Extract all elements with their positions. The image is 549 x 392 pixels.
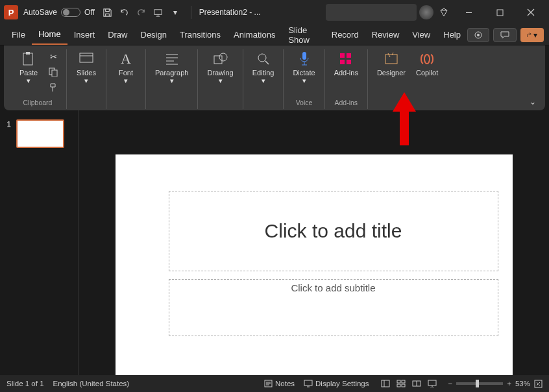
zoom-control[interactable]: − + 53%	[448, 380, 543, 388]
tab-slide-show[interactable]: Slide Show	[282, 25, 324, 45]
close-button[interactable]	[517, 3, 545, 22]
ribbon-tabs: File Home Insert Draw Design Transitions…	[0, 25, 549, 45]
share-button[interactable]: ▾	[520, 28, 544, 42]
ribbon: Paste▾ ✂ Clipboard Slides▾ A Font▾	[4, 45, 545, 110]
clipboard-icon	[20, 51, 37, 67]
document-title[interactable]: Presentation2 - ...	[199, 8, 261, 17]
svg-rect-7	[52, 70, 57, 77]
slide-canvas[interactable]: Click to add title Click to add subtitle	[116, 154, 513, 380]
font-button[interactable]: A Font▾	[112, 49, 140, 86]
maximize-button[interactable]	[485, 3, 514, 22]
tab-view[interactable]: View	[406, 25, 437, 45]
tab-review[interactable]: Review	[365, 25, 406, 45]
tab-insert[interactable]: Insert	[67, 25, 102, 45]
display-icon	[304, 380, 313, 387]
svg-rect-0	[154, 9, 162, 14]
svg-rect-15	[340, 60, 345, 64]
zoom-in-icon[interactable]: +	[507, 380, 511, 387]
subtitle-placeholder[interactable]: Click to add subtitle	[169, 279, 498, 336]
shapes-icon	[212, 51, 229, 67]
status-bar: Slide 1 of 1 English (United States) Not…	[0, 375, 549, 392]
tab-animations[interactable]: Animations	[227, 25, 282, 45]
svg-point-11	[258, 54, 266, 62]
svg-rect-16	[347, 60, 351, 64]
editing-button[interactable]: Editing▾	[249, 49, 278, 86]
slides-button[interactable]: Slides▾	[72, 49, 101, 86]
diamond-icon[interactable]	[436, 5, 452, 20]
record-pill[interactable]	[467, 28, 489, 42]
language-status[interactable]: English (United States)	[53, 380, 130, 387]
svg-rect-20	[304, 380, 312, 386]
addins-button[interactable]: Add-ins	[330, 49, 362, 78]
svg-rect-12	[302, 52, 306, 60]
slide-counter[interactable]: Slide 1 of 1	[6, 380, 44, 387]
slide-thumbnail-1[interactable]	[16, 119, 64, 148]
svg-rect-25	[402, 384, 405, 387]
svg-rect-1	[497, 10, 503, 16]
normal-view-icon[interactable]	[378, 378, 393, 389]
copilot-button[interactable]: Copilot	[412, 49, 442, 78]
sorter-view-icon[interactable]	[394, 378, 408, 389]
present-icon[interactable]	[151, 5, 166, 20]
toggle-off-icon[interactable]	[61, 8, 80, 17]
autosave-label: AutoSave	[23, 8, 57, 17]
redo-icon[interactable]	[134, 5, 149, 20]
tab-design[interactable]: Design	[134, 25, 173, 45]
view-buttons	[378, 378, 439, 389]
designer-icon	[383, 51, 400, 67]
zoom-slider[interactable]	[456, 382, 503, 385]
comments-pill[interactable]	[493, 28, 517, 42]
thumbnail-panel[interactable]: 1	[0, 110, 78, 392]
addins-icon	[337, 51, 354, 67]
svg-rect-4	[23, 53, 32, 65]
cut-icon[interactable]: ✂	[45, 49, 61, 64]
svg-rect-24	[397, 384, 400, 387]
svg-rect-5	[26, 52, 30, 55]
tab-help[interactable]: Help	[437, 25, 467, 45]
minimize-button[interactable]	[454, 3, 483, 22]
paragraph-button[interactable]: Paragraph▾	[151, 49, 192, 86]
zoom-value[interactable]: 53%	[515, 380, 530, 387]
search-box[interactable]	[326, 4, 417, 21]
reading-view-icon[interactable]	[409, 378, 424, 389]
thumbnail-number: 1	[6, 119, 11, 392]
save-icon[interactable]	[100, 5, 116, 20]
svg-point-10	[219, 53, 227, 61]
svg-rect-21	[382, 380, 389, 387]
tab-file[interactable]: File	[5, 25, 32, 45]
undo-icon[interactable]	[117, 5, 132, 20]
quick-access-toolbar: ▾	[100, 5, 183, 20]
slide-editor[interactable]: Click to add title Click to add subtitle	[78, 110, 549, 392]
zoom-out-icon[interactable]: −	[448, 380, 453, 387]
designer-button[interactable]: Designer	[373, 49, 409, 78]
svg-rect-23	[402, 380, 405, 383]
tab-transitions[interactable]: Transitions	[173, 25, 227, 45]
new-slide-icon	[78, 51, 95, 67]
svg-point-3	[477, 34, 480, 36]
group-paragraph: Paragraph▾	[146, 49, 198, 109]
notes-button[interactable]: Notes	[264, 380, 295, 387]
display-settings-button[interactable]: Display Settings	[304, 380, 369, 387]
autosave-toggle[interactable]: AutoSave Off	[23, 8, 95, 17]
qat-dropdown-icon[interactable]: ▾	[167, 5, 183, 20]
slideshow-view-icon[interactable]	[425, 378, 439, 389]
svg-point-18	[424, 55, 430, 64]
workspace: 1 Click to add title Click to add subtit…	[0, 110, 549, 392]
tab-home[interactable]: Home	[32, 25, 67, 45]
collapse-ribbon-icon[interactable]: ⌄	[530, 97, 536, 106]
tab-record[interactable]: Record	[325, 25, 365, 45]
svg-rect-17	[385, 55, 397, 64]
paragraph-icon	[164, 51, 180, 67]
format-painter-icon[interactable]	[45, 80, 61, 95]
group-voice: Dictate▾ Voice	[284, 49, 324, 109]
separator	[191, 6, 191, 19]
svg-rect-27	[428, 380, 436, 386]
fit-to-window-icon[interactable]	[534, 380, 543, 388]
dictate-button[interactable]: Dictate▾	[289, 49, 319, 86]
tab-draw[interactable]: Draw	[101, 25, 134, 45]
user-avatar[interactable]	[419, 5, 433, 19]
drawing-button[interactable]: Drawing▾	[203, 49, 237, 86]
paste-button[interactable]: Paste▾	[14, 49, 43, 86]
copy-icon[interactable]	[45, 65, 61, 79]
title-placeholder[interactable]: Click to add title	[169, 191, 498, 271]
